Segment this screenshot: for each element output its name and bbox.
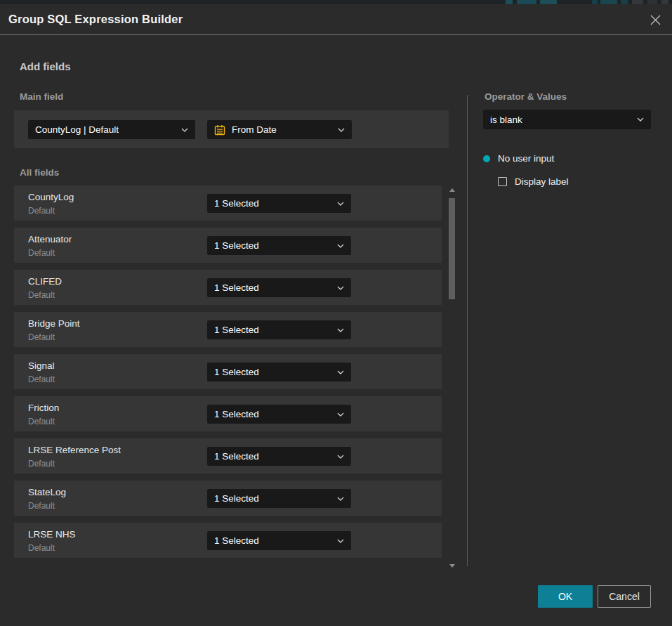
group-sql-expression-builder-dialog: Group SQL Expression Builder Add fields … <box>0 4 672 626</box>
field-name: CLIFED <box>28 276 62 287</box>
all-fields-list: CountyLog Default 1 Selected Attenuator … <box>14 185 442 565</box>
no-user-input-radio[interactable]: No user input <box>483 153 554 164</box>
field-selection-value: 1 Selected <box>214 240 331 251</box>
field-selection-dropdown[interactable]: 1 Selected <box>207 363 351 382</box>
field-selection-dropdown[interactable]: 1 Selected <box>207 489 351 508</box>
scrollbar-thumb[interactable] <box>449 198 455 299</box>
field-row: Attenuator Default 1 Selected <box>14 228 442 263</box>
dialog-title: Group SQL Expression Builder <box>8 13 183 26</box>
field-sublabel: Default <box>28 417 55 426</box>
display-label-label[interactable]: Display label <box>515 176 569 187</box>
display-label-checkbox[interactable]: Display label <box>498 176 569 187</box>
field-name: StateLog <box>28 487 66 497</box>
chevron-down-icon <box>337 328 344 332</box>
chevron-down-icon <box>181 128 188 132</box>
field-selection-value: 1 Selected <box>214 198 331 209</box>
field-selection-value: 1 Selected <box>214 535 331 546</box>
chevron-down-icon <box>337 412 344 417</box>
field-selection-value: 1 Selected <box>214 451 331 462</box>
close-icon <box>650 14 661 26</box>
field-sublabel: Default <box>28 459 55 469</box>
add-fields-heading: Add fields <box>20 60 71 72</box>
field-sublabel: Default <box>28 290 55 300</box>
field-row: Friction Default 1 Selected <box>14 396 442 431</box>
chevron-down-icon <box>337 370 344 374</box>
chevron-down-icon <box>637 117 644 122</box>
layer-select-value: CountyLog | Default <box>35 124 176 135</box>
field-sublabel: Default <box>28 543 55 553</box>
field-selection-value: 1 Selected <box>214 325 331 335</box>
main-field-label: Main field <box>20 91 63 102</box>
calendar-icon <box>214 124 225 136</box>
field-sublabel: Default <box>28 501 55 511</box>
field-row: CLIFED Default 1 Selected <box>14 270 442 305</box>
field-selection-dropdown[interactable]: 1 Selected <box>207 447 351 466</box>
field-selection-dropdown[interactable]: 1 Selected <box>207 320 351 339</box>
field-sublabel: Default <box>28 332 55 342</box>
field-selection-dropdown[interactable]: 1 Selected <box>207 531 351 550</box>
scrollbar-up-arrow-icon[interactable] <box>449 188 455 192</box>
field-selection-value: 1 Selected <box>214 493 331 504</box>
vertical-divider <box>467 95 468 566</box>
field-selection-dropdown[interactable]: 1 Selected <box>207 278 351 297</box>
field-name: Friction <box>28 403 59 413</box>
chevron-down-icon <box>337 286 344 290</box>
checkbox-unchecked-icon[interactable] <box>498 177 507 186</box>
field-row: StateLog Default 1 Selected <box>14 481 442 516</box>
field-name: LRSE NHS <box>28 529 76 540</box>
field-row: LRSE Reference Post Default 1 Selected <box>14 438 442 474</box>
field-row: Bridge Point Default 1 Selected <box>14 312 442 347</box>
field-name: Bridge Point <box>28 318 80 329</box>
field-sublabel: Default <box>28 374 55 384</box>
scrollbar-down-arrow-icon[interactable] <box>449 564 455 568</box>
field-sublabel: Default <box>28 206 55 216</box>
chevron-down-icon <box>337 244 344 248</box>
field-name: Attenuator <box>28 234 72 244</box>
dialog-header: Group SQL Expression Builder <box>0 4 672 35</box>
main-field-select-value: From Date <box>232 124 332 135</box>
field-selection-dropdown[interactable]: 1 Selected <box>207 405 351 424</box>
chevron-down-icon <box>338 128 345 132</box>
all-fields-label: All fields <box>20 167 59 178</box>
close-button[interactable] <box>647 12 663 27</box>
chevron-down-icon <box>337 539 344 543</box>
ok-button[interactable]: OK <box>538 585 593 608</box>
operator-select-value: is blank <box>490 115 631 125</box>
field-name: CountyLog <box>28 192 74 202</box>
field-sublabel: Default <box>28 248 55 258</box>
chevron-down-icon <box>337 202 344 206</box>
field-name: LRSE Reference Post <box>28 445 121 455</box>
field-selection-value: 1 Selected <box>214 409 331 419</box>
main-field-select-dropdown[interactable]: From Date <box>207 120 352 139</box>
operator-select-dropdown[interactable]: is blank <box>483 110 651 129</box>
layer-select-dropdown[interactable]: CountyLog | Default <box>28 120 195 139</box>
field-name: Signal <box>28 360 55 371</box>
radio-selected-icon[interactable] <box>483 155 490 162</box>
main-field-panel: CountyLog | Default From Date <box>14 110 449 148</box>
field-row: LRSE NHS Default 1 Selected <box>14 523 442 558</box>
field-row: CountyLog Default 1 Selected <box>14 185 442 221</box>
field-selection-dropdown[interactable]: 1 Selected <box>207 236 351 255</box>
chevron-down-icon <box>337 497 344 501</box>
cancel-button[interactable]: Cancel <box>598 585 651 608</box>
field-row: Signal Default 1 Selected <box>14 354 442 389</box>
operator-values-label: Operator & Values <box>485 91 567 102</box>
fields-scrollbar[interactable] <box>447 183 457 570</box>
field-selection-value: 1 Selected <box>214 282 331 293</box>
field-selection-dropdown[interactable]: 1 Selected <box>207 194 351 213</box>
field-selection-value: 1 Selected <box>214 367 331 377</box>
chevron-down-icon <box>337 455 344 459</box>
no-user-input-label[interactable]: No user input <box>498 153 554 164</box>
